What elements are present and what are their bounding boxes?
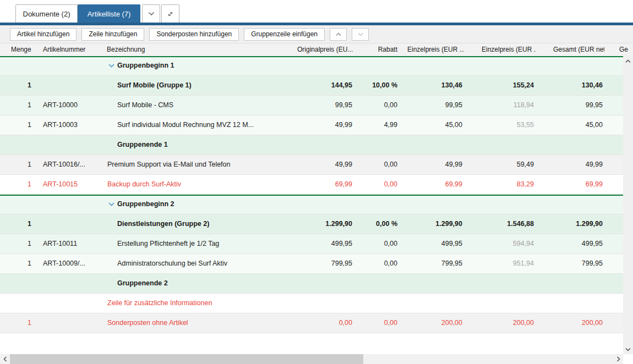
cell-text: 49,99 [335,121,352,129]
cell-bez: Surf Mobile - CMS [105,96,296,115]
scroll-down-button[interactable] [623,344,633,354]
table-row[interactable]: 1ART-10009/...Administratorschulung bei … [0,254,623,274]
table-row[interactable]: Gruppenende 1 [0,135,623,155]
tab-expand-button[interactable] [161,4,179,23]
column-header[interactable]: Bezeichnung [105,43,296,56]
cell-ep2: 951,94 [464,254,536,273]
table-row[interactable]: 1Sonderposten ohne Artikel0,000,00200,00… [0,313,623,333]
cell-ep2: 200,00 [464,313,536,333]
cell-text: 1 [28,220,31,228]
cell-bez: Zeile für zusätzliche Informationen [105,294,296,313]
insert-group-row-button[interactable]: Gruppenzeile einfügen [244,28,325,41]
table-row[interactable]: 1ART-10003Surf individual Modul Rechnung… [0,115,623,135]
cell-text: 59,49 [517,161,534,168]
horizontal-scrollbar[interactable] [0,354,623,364]
cell-gesamt: 45,00 [536,115,604,135]
scroll-left-button[interactable] [0,354,10,364]
cell-orig [296,294,358,313]
cell-ep1: 99,95 [399,96,464,115]
table-row[interactable]: Gruppenende 2 [0,274,623,294]
cell-ep2 [464,56,536,75]
column-header[interactable]: Gesamt (EUR net... [536,43,604,56]
group-collapse-chevron-down-icon[interactable] [108,64,114,68]
table-row[interactable]: 1ART-10011Erstellung Pflichtenheft je 1/… [0,234,623,254]
cell-text: 1.299,90 [325,220,352,228]
table-row[interactable]: 1ART-10016/...Premium Support via E-Mail… [0,155,623,175]
cell-text: 499,95 [331,240,352,247]
cell-text: ART-10016/... [43,161,85,168]
tab-dokumente[interactable]: Dokumente (2) [15,4,78,23]
add-article-button[interactable]: Artikel hinzufügen [10,28,77,41]
add-special-item-button[interactable]: Sonderposten hinzufügen [149,28,239,41]
cell-rabatt [358,294,399,313]
tab-dokumente-label: Dokumente (2) [23,10,70,18]
table-row[interactable]: 1Dienstleistungen (Gruppe 2)1.299,900,00… [0,214,623,234]
column-header[interactable]: Einzelpreis (EUR ... [464,43,536,56]
cell-ep1 [399,135,464,155]
cell-text: 1.299,90 [435,220,462,228]
cell-text: Surf Mobile (Gruppe 1) [117,81,192,89]
cell-menge: 1 [0,175,41,194]
cell-text: 1 [28,260,31,267]
column-header[interactable]: Artikelnummer [41,43,105,56]
cell-menge: 1 [0,76,41,95]
cell-rabatt [358,274,399,293]
cell-artnr [41,76,105,95]
column-header[interactable]: Rabatt [358,43,399,56]
cell-text: 200,00 [441,319,462,327]
add-row-button[interactable]: Zeile hinzufügen [81,28,144,41]
tab-artikelliste[interactable]: Artikelliste (7) [78,4,140,23]
cell-artnr: ART-10015 [41,175,105,194]
cell-bez: Dienstleistungen (Gruppe 2) [105,214,296,234]
cell-artnr: ART-10011 [41,234,105,253]
chevron-down-icon [358,32,363,36]
cell-artnr: ART-10016/... [41,155,105,174]
cell-gesamt [536,135,604,155]
cell-menge [0,195,41,214]
cell-ge [604,76,623,95]
cell-ge [604,115,623,135]
cell-text: 130,46 [582,81,603,89]
cell-text: Premium Support via E-Mail und Telefon [107,161,231,168]
cell-orig: 49,99 [296,115,358,135]
column-header[interactable]: Menge [0,43,41,56]
scroll-right-button[interactable] [613,354,623,364]
table-row[interactable]: Zeile für zusätzliche Informationen [0,294,623,313]
cell-text: 499,95 [582,240,603,247]
tab-dropdown-button[interactable] [142,4,160,23]
cell-gesamt: 200,00 [536,313,604,333]
column-header[interactable]: Ge [604,43,633,56]
cell-text: 799,95 [582,260,603,267]
column-header[interactable]: Originalpreis (EU... [296,43,358,56]
cell-ge [604,195,623,214]
vertical-scrollbar[interactable] [623,56,633,354]
cell-ep1 [399,294,464,313]
table-row[interactable]: 1Surf Mobile (Gruppe 1)144,9510,00 %130,… [0,76,623,96]
cell-ep1: 799,95 [399,254,464,273]
move-up-button[interactable] [330,28,347,41]
cell-text: 69,99 [335,180,352,188]
cell-text: Gruppenende 1 [117,141,168,148]
cell-ep1: 45,00 [399,115,464,135]
cell-rabatt: 0,00 [358,234,399,253]
horizontal-scrollbar-thumb[interactable] [10,354,363,364]
table-row[interactable]: 1ART-10015Backup durch Surf-Aktiv69,990,… [0,175,623,195]
cell-text: 951,94 [513,260,534,267]
cell-ge [604,313,623,333]
scroll-up-button[interactable] [623,56,633,66]
column-header[interactable]: Einzelpreis (EUR ... [399,43,464,56]
cell-bez: Gruppenende 1 [105,135,296,155]
table-row[interactable]: Gruppenbeginn 1 [0,56,623,76]
cell-menge [0,135,41,155]
move-down-button[interactable] [352,28,369,41]
cell-text: 99,95 [335,101,352,109]
group-collapse-chevron-down-icon[interactable] [108,202,114,206]
cell-text: 0,00 % [376,220,397,228]
chevron-up-icon [336,32,341,36]
table-row[interactable]: Gruppenbeginn 2 [0,195,623,214]
cell-bez: Surf Mobile (Gruppe 1) [105,76,296,95]
table-row[interactable]: 1ART-10000Surf Mobile - CMS99,950,0099,9… [0,96,623,115]
cell-text: Surf Mobile - CMS [117,101,173,109]
cell-text: 0,00 [384,240,397,247]
toolbar: Artikel hinzufügen Zeile hinzufügen Sond… [0,25,633,43]
